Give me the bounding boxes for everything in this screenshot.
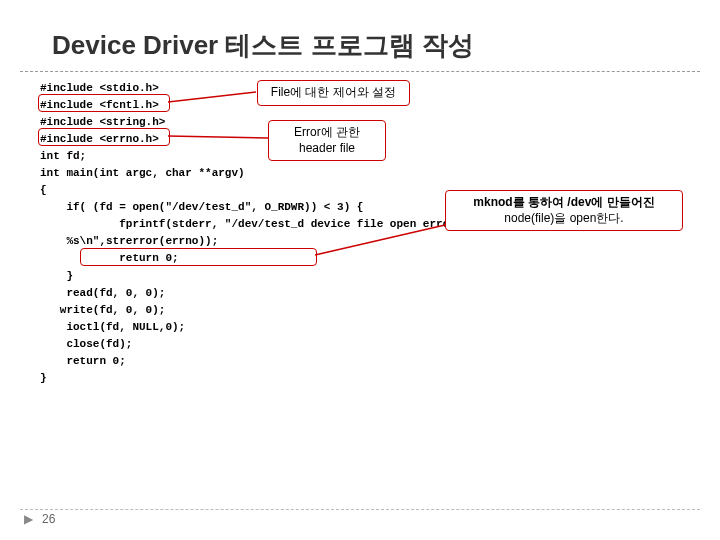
divider bbox=[20, 509, 700, 510]
code-line: close(fd); bbox=[40, 336, 680, 353]
code-line: } bbox=[40, 268, 680, 285]
arrow-icon: ▶ bbox=[24, 512, 33, 526]
code-line: ioctl(fd, NULL,0); bbox=[40, 319, 680, 336]
callout-text: File에 대한 제어와 설정 bbox=[271, 85, 396, 99]
page-number: 26 bbox=[42, 512, 55, 526]
code-line: } bbox=[40, 370, 680, 387]
code-line: int main(int argc, char **argv) bbox=[40, 165, 680, 182]
code-line: return 0; bbox=[40, 250, 680, 267]
callout-text: node(file)을 open한다. bbox=[454, 211, 674, 227]
callout-text: Error에 관한 bbox=[277, 125, 377, 141]
callout-error: Error에 관한 header file bbox=[268, 120, 386, 161]
callout-file: File에 대한 제어와 설정 bbox=[257, 80, 410, 106]
code-line: read(fd, 0, 0); bbox=[40, 285, 680, 302]
callout-mknod: mknod를 통하여 /dev에 만들어진 node(file)을 open한다… bbox=[445, 190, 683, 231]
code-line: write(fd, 0, 0); bbox=[40, 302, 680, 319]
code-line: return 0; bbox=[40, 353, 680, 370]
callout-text: header file bbox=[277, 141, 377, 157]
page-title: Device Driver 테스트 프로그램 작성 bbox=[20, 0, 700, 72]
code-line: %s\n",strerror(errno)); bbox=[40, 233, 680, 250]
callout-text: mknod를 통하여 /dev에 만들어진 bbox=[473, 195, 654, 209]
